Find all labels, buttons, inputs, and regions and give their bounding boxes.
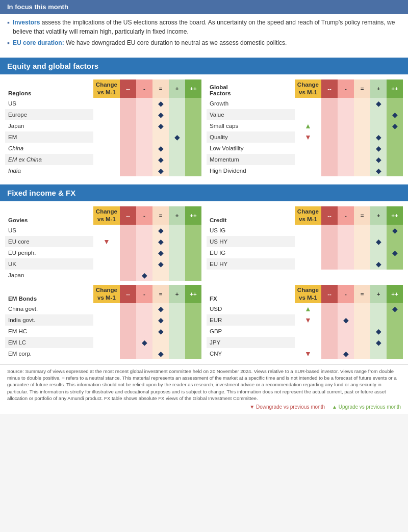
fx-change-header: Changevs M-1 — [295, 285, 321, 303]
regions-p-header: + — [169, 79, 185, 98]
gf-m-header: - — [338, 79, 354, 98]
credit-change-header: Changevs M-1 — [295, 206, 321, 225]
gf-row-low-vol: Low Volatility ◆ — [207, 143, 403, 154]
em-bonds-change-header: Changevs M-1 — [93, 285, 120, 303]
govies-table: Govies Changevs M-1 -- - = + ++ US — [5, 206, 201, 281]
fx-table: FX Changevs M-1 -- - = + ++ USD ▲ — [207, 285, 403, 359]
fx-label: FX — [207, 285, 295, 303]
legend-downgrade: ▼ Downgrade vs previous month — [249, 404, 325, 411]
govies-change-header: Changevs M-1 — [93, 206, 120, 225]
fi-section-header: Fixed income & FX — [0, 184, 408, 201]
regions-change-header: Changevs M-1 — [93, 79, 120, 98]
gf-pp-header: ++ — [387, 79, 403, 98]
em-bonds-row-india-govt: India govt. ◆ — [5, 314, 201, 326]
fx-row-gbp: GBP ◆ — [207, 326, 403, 337]
in-focus-body: Investors assess the implications of the… — [0, 14, 408, 55]
gf-row-value: Value ◆ — [207, 109, 403, 120]
region-row-em: EM ◆ — [5, 131, 201, 143]
credit-table: Credit Changevs M-1 -- - = + ++ US IG — [207, 206, 403, 281]
region-row-japan: Japan ◆ — [5, 120, 201, 131]
govies-row-japan: Japan ◆ — [5, 270, 201, 281]
credit-row-us-hy: US HY ◆ — [207, 236, 403, 247]
footer: Source: Summary of views expressed at th… — [0, 364, 408, 414]
em-bonds-row-em-hc: EM HC ◆ — [5, 326, 201, 337]
gf-p-header: + — [370, 79, 387, 98]
global-factors-table: GlobalFactors Changevs M-1 -- - = + ++ G… — [207, 79, 403, 176]
govies-row-eu-periph: EU periph. ◆ — [5, 247, 201, 258]
region-row-india: India ◆ — [5, 165, 201, 176]
em-bonds-label: EM Bonds — [5, 285, 93, 303]
bullet-investors: Investors assess the implications of the… — [7, 18, 401, 36]
gf-row-high-dividend: High Dividend ◆ — [207, 165, 403, 176]
footer-legend: ▼ Downgrade vs previous month ▲ Upgrade … — [7, 404, 401, 411]
credit-row-eu-hy: EU HY ◆ — [207, 258, 403, 270]
govies-row-us: US ◆ — [5, 225, 201, 236]
govies-label: Govies — [5, 206, 93, 225]
gf-label: GlobalFactors — [207, 79, 295, 98]
region-row-us: US ◆ — [5, 98, 201, 109]
in-focus-header: In focus this month — [0, 0, 408, 14]
fx-row-cny: CNY ▼ ◆ — [207, 348, 403, 359]
fi-top-grid: Govies Changevs M-1 -- - = + ++ US — [0, 201, 408, 283]
equity-section-header: Equity and global factors — [0, 58, 408, 74]
regions-table: Regions Changevs M-1 -- - = + ++ US — [5, 79, 201, 176]
credit-row-us-ig: US IG ◆ — [207, 225, 403, 236]
fx-row-usd: USD ▲ ◆ — [207, 303, 403, 314]
regions-label: Regions — [5, 79, 93, 98]
em-bonds-row-china-govt: China govt. ◆ — [5, 303, 201, 314]
equity-grid: Regions Changevs M-1 -- - = + ++ US — [0, 74, 408, 181]
region-row-em-ex-china: EM ex China ◆ — [5, 154, 201, 165]
region-row-china: China ◆ — [5, 143, 201, 154]
gf-eq-header: = — [354, 79, 370, 98]
region-row-europe: Europe ◆ — [5, 109, 201, 120]
legend-upgrade: ▲ Upgrade vs previous month — [332, 404, 401, 411]
gf-row-growth: Growth ◆ — [207, 98, 403, 109]
regions-eq-header: = — [152, 79, 169, 98]
em-bonds-table: EM Bonds Changevs M-1 -- - = + ++ China … — [5, 285, 201, 359]
gf-row-momentum: Momentum ◆ — [207, 154, 403, 165]
regions-pp-header: ++ — [185, 79, 201, 98]
em-bonds-row-em-corp: EM corp. ◆ — [5, 348, 201, 359]
bullet-eu: EU core duration: We have downgraded EU … — [7, 38, 401, 47]
regions-m-header: - — [136, 79, 152, 98]
regions-mm-header: -- — [120, 79, 136, 98]
credit-label: Credit — [207, 206, 295, 225]
credit-row-eu-ig: EU IG ◆ — [207, 247, 403, 258]
gf-mm-header: -- — [321, 79, 338, 98]
govies-row-uk: UK ◆ — [5, 258, 201, 270]
gf-change-header: Changevs M-1 — [295, 79, 321, 98]
gf-row-small-caps: Small caps ▲ ◆ — [207, 120, 403, 131]
govies-row-eu-core: EU core ▼ ◆ — [5, 236, 201, 247]
fi-bottom-grid: EM Bonds Changevs M-1 -- - = + ++ China … — [0, 283, 408, 364]
em-bonds-row-em-lc: EM LC ◆ — [5, 337, 201, 348]
gf-row-quality: Quality ▼ ◆ — [207, 131, 403, 143]
fx-row-eur: EUR ▼ ◆ — [207, 314, 403, 326]
fx-row-jpy: JPY ◆ — [207, 337, 403, 348]
